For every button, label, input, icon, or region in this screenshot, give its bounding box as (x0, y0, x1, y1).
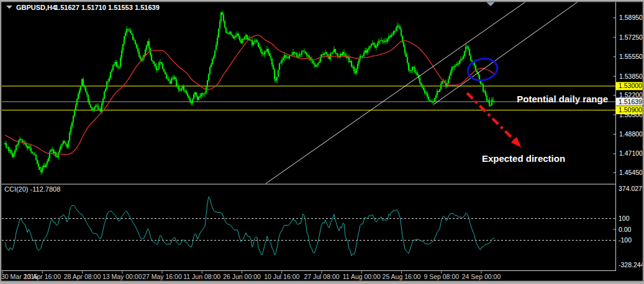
mt4-chart-window: CCI(20) -112.7808 1.589501.572501.555501… (0, 0, 644, 284)
panel-separator[interactable] (1, 184, 615, 185)
price-tick-label: 1.48800 (619, 130, 643, 138)
time-axis[interactable]: 30 Mar 201513 Apr 16:0028 Apr 08:0013 Ma… (1, 272, 501, 281)
cci-tick-label: 0.00 (619, 226, 632, 233)
time-tick-label: 13 Apr 16:00 (24, 273, 61, 280)
cci-tick-label: 100 (619, 215, 630, 222)
time-tick-label: 9 Sep 08:00 (424, 273, 459, 280)
symbol-label: GBPUSD,H4 (16, 4, 57, 11)
time-tick-label: 25 Aug 16:00 (383, 273, 421, 280)
price-tick-label: 1.45450 (619, 169, 643, 176)
resistance-line-badge-label: 1.53000 (619, 82, 642, 89)
price-tick-label: 1.57250 (619, 33, 643, 41)
time-tick-label: 27 Jul 08:00 (304, 273, 339, 280)
symbol-header: GBPUSD,H4 1.51627 1.51710 1.51553 1.5163… (6, 4, 160, 11)
price-tick-label: 1.53850 (619, 73, 643, 80)
time-tick-label: 26 Jun 00:00 (223, 273, 261, 280)
chart-background (0, 0, 644, 284)
time-tick-label: 28 Apr 08:00 (64, 273, 101, 280)
support-line-badge-label: 1.50900 (619, 106, 642, 113)
price-tick-label: 1.55550 (619, 53, 643, 60)
open-value: 1.51627 (55, 4, 79, 11)
price-tick-label: 1.58950 (619, 14, 643, 21)
direction-annotation-text[interactable]: Expected direction (482, 153, 565, 164)
chart-canvas: CCI(20) -112.7808 1.589501.572501.555501… (0, 0, 644, 284)
time-tick-label: 13 May 00:00 (102, 273, 142, 280)
close-value: 1.51639 (135, 4, 160, 11)
time-tick-label: 27 May 16:00 (142, 273, 182, 280)
price-tick-label: 1.47100 (619, 149, 643, 157)
cci-tick-label: 374.0279 (619, 185, 644, 192)
time-tick-label: 24 Sep 00:00 (462, 273, 501, 280)
time-tick-label: 11 Jun 08:00 (183, 273, 220, 280)
low-value: 1.51553 (108, 4, 133, 11)
time-tick-label: 10 Jul 16:00 (264, 273, 299, 280)
cci-tick-label: -100 (619, 236, 632, 244)
high-value: 1.51710 (81, 4, 106, 11)
range-annotation-text[interactable]: Potential daily range (517, 94, 608, 104)
current-price-line-badge-label: 1.51639 (619, 98, 642, 105)
time-tick-label: 11 Aug 00:00 (343, 273, 381, 280)
cci-tick-label: -328.2446 (619, 261, 644, 268)
indicator-label: CCI(20) -112.7808 (4, 185, 60, 193)
